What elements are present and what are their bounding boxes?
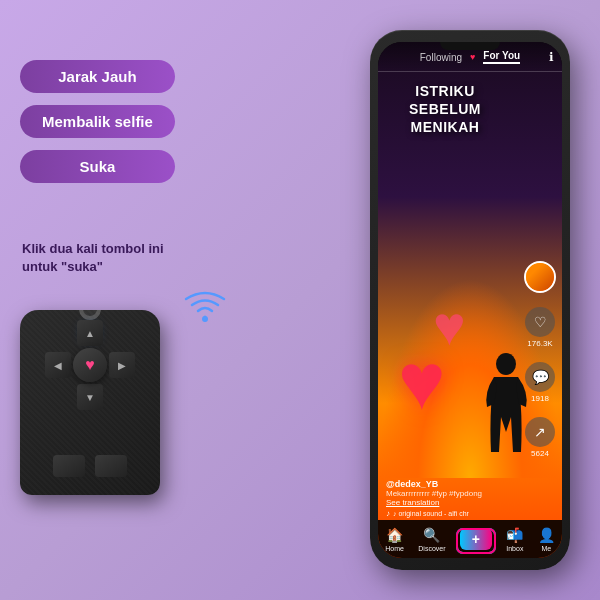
username: @dedex_YB bbox=[386, 479, 517, 489]
tiktok-video-bg: ♥ ♥ Following ♥ For You ℹ ISTRIKU SEBELU… bbox=[378, 42, 562, 558]
phone-screen: ♥ ♥ Following ♥ For You ℹ ISTRIKU SEBELU… bbox=[378, 42, 562, 558]
svg-point-1 bbox=[496, 353, 516, 375]
inbox-icon: 📬 bbox=[506, 527, 523, 543]
header-following-label: Following bbox=[420, 52, 462, 63]
tiktok-bottom-info: @dedex_YB Mekarrrrrrrrr #fyp #fypdong Se… bbox=[386, 479, 517, 518]
heart-medium: ♥ bbox=[433, 294, 466, 358]
video-title: ISTRIKU SEBELUM MENIKAH bbox=[388, 82, 502, 137]
comment-count: 1918 bbox=[531, 394, 549, 403]
share-action[interactable]: ↗ 5624 bbox=[525, 417, 555, 458]
phone: ♥ ♥ Following ♥ For You ℹ ISTRIKU SEBELU… bbox=[370, 30, 570, 570]
svg-point-0 bbox=[202, 316, 208, 322]
music-icon: ♪ bbox=[386, 509, 390, 518]
comment-icon: 💬 bbox=[525, 362, 555, 392]
nav-me-label: Me bbox=[541, 545, 551, 552]
tiktok-actions: ♡ 176.3K 💬 1918 ↗ 5624 bbox=[524, 261, 556, 458]
discover-icon: 🔍 bbox=[423, 527, 440, 543]
nav-create[interactable]: + bbox=[460, 528, 492, 550]
remote-bottom-btn-2 bbox=[95, 455, 127, 477]
nav-discover[interactable]: 🔍 Discover bbox=[418, 527, 445, 552]
like-count: 176.3K bbox=[527, 339, 552, 348]
phone-notch bbox=[440, 42, 500, 50]
header-info-icon: ℹ bbox=[549, 50, 554, 64]
nav-discover-label: Discover bbox=[418, 545, 445, 552]
profile-icon: 👤 bbox=[538, 527, 555, 543]
like-icon: ♡ bbox=[525, 307, 555, 337]
tiktok-nav: 🏠 Home 🔍 Discover + 📬 Inbox bbox=[378, 520, 562, 558]
like-action[interactable]: ♡ 176.3K bbox=[525, 307, 555, 348]
home-icon: 🏠 bbox=[386, 527, 403, 543]
nav-inbox-label: Inbox bbox=[506, 545, 523, 552]
comment-action[interactable]: 💬 1918 bbox=[525, 362, 555, 403]
share-icon: ↗ bbox=[525, 417, 555, 447]
feature-pill-2: Membalik selfie bbox=[20, 105, 175, 138]
nav-me[interactable]: 👤 Me bbox=[538, 527, 555, 552]
remote-bottom-btn-1 bbox=[53, 455, 85, 477]
dpad: ▲ ▼ ◀ ▶ ♥ bbox=[45, 320, 135, 410]
sound-info: ♪ ♪ original sound - alfi chr bbox=[386, 509, 517, 518]
hashtags: Mekarrrrrrrrr #fyp #fypdong bbox=[386, 489, 517, 498]
see-translation[interactable]: See translation bbox=[386, 498, 517, 507]
nav-inbox[interactable]: 📬 Inbox bbox=[506, 527, 523, 552]
description-text: Klik dua kali tombol ini untuk "suka" bbox=[22, 240, 182, 276]
create-icon: + bbox=[460, 528, 492, 550]
header-foryou-label[interactable]: For You bbox=[483, 50, 520, 64]
share-count: 5624 bbox=[531, 449, 549, 458]
avatar bbox=[524, 261, 556, 293]
feature-labels: Jarak Jauh Membalik selfie Suka bbox=[20, 60, 175, 183]
dpad-center-heart: ♥ bbox=[73, 348, 107, 382]
feature-pill-3: Suka bbox=[20, 150, 175, 183]
feature-pill-1: Jarak Jauh bbox=[20, 60, 175, 93]
nav-home[interactable]: 🏠 Home bbox=[385, 527, 404, 552]
remote-device: ▲ ▼ ◀ ▶ ♥ bbox=[20, 310, 190, 510]
header-heart-icon: ♥ bbox=[470, 52, 475, 62]
nav-home-label: Home bbox=[385, 545, 404, 552]
